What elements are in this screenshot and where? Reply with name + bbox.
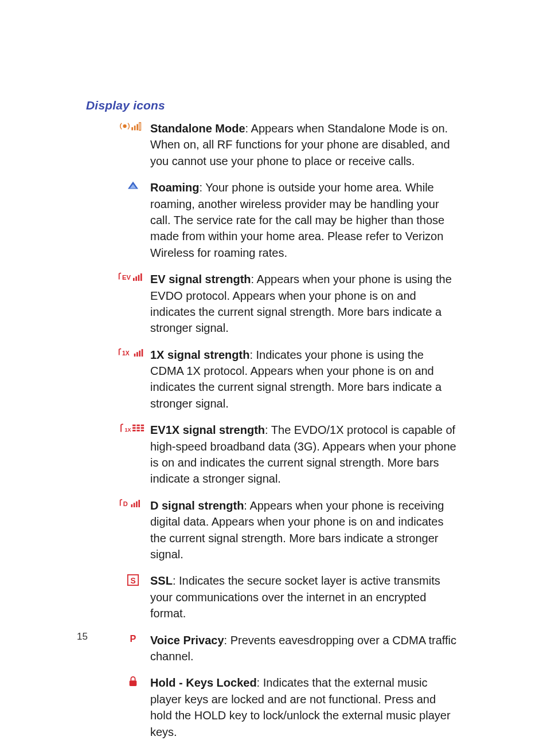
entry-ssl: SSL: Indicates the secure socket layer i… (86, 573, 461, 621)
entry-ev: EV signal strength: Appears when your ph… (86, 271, 461, 336)
voice-privacy-icon (116, 632, 150, 644)
entry-sep: : (265, 424, 271, 436)
entry-title: SSL (150, 574, 173, 587)
entries-list: Standalone Mode: Appears when Standalone… (86, 120, 461, 740)
lock-icon (116, 675, 150, 687)
entry-1x: 1X signal strength: Indicates your phone… (86, 347, 461, 412)
roaming-icon (116, 179, 150, 191)
entry-sep: : (200, 181, 206, 194)
entry-title: EV1X signal strength (150, 424, 265, 436)
section-title: Display icons (86, 99, 461, 112)
d-signal-icon (116, 498, 150, 509)
entry-title: 1X signal strength (150, 348, 249, 361)
entry-text: 1X signal strength: Indicates your phone… (150, 347, 461, 412)
entry-text: SSL: Indicates the secure socket layer i… (150, 573, 461, 621)
entry-text: Hold - Keys Locked: Indicates that the e… (150, 675, 461, 740)
ssl-icon (116, 573, 150, 586)
page-number: 15 (77, 631, 88, 643)
entry-title: D signal strength (150, 499, 244, 512)
entry-text: EV signal strength: Appears when your ph… (150, 271, 461, 336)
entry-title: Roaming (150, 181, 200, 194)
entry-title: Voice Privacy (150, 634, 224, 647)
onex-signal-icon (116, 347, 150, 358)
entry-sep: : (257, 676, 263, 689)
entry-sep: : (173, 574, 179, 587)
entry-sep: : (245, 122, 251, 135)
entry-desc: Indicates the secure socket layer is act… (150, 574, 440, 620)
entry-title: EV signal strength (150, 273, 251, 285)
entry-sep: : (251, 273, 257, 285)
entry-sep: : (244, 499, 249, 512)
entry-text: Roaming: Your phone is outside your home… (150, 179, 461, 261)
entry-title: Standalone Mode (150, 122, 245, 135)
entry-text: EV1X signal strength: The EVDO/1X protoc… (150, 422, 461, 487)
ev1x-signal-icon (116, 422, 150, 434)
page: Display icons Standalone Mode: Appears w… (0, 0, 547, 740)
entry-sep: : (224, 634, 230, 647)
entry-text: Voice Privacy: Prevents eavesdropping ov… (150, 632, 461, 665)
entry-lock: Hold - Keys Locked: Indicates that the e… (86, 675, 461, 740)
entry-d: D signal strength: Appears when your pho… (86, 498, 461, 563)
entry-roaming: Roaming: Your phone is outside your home… (86, 179, 461, 261)
entry-title: Hold - Keys Locked (150, 676, 257, 689)
entry-standalone: Standalone Mode: Appears when Standalone… (86, 120, 461, 169)
entry-sep: : (249, 348, 256, 361)
standalone-icon (116, 120, 150, 132)
ev-signal-icon (116, 271, 150, 283)
entry-text: D signal strength: Appears when your pho… (150, 498, 461, 563)
entry-privacy: Voice Privacy: Prevents eavesdropping ov… (86, 632, 461, 665)
entry-text: Standalone Mode: Appears when Standalone… (150, 120, 461, 169)
entry-ev1x: EV1X signal strength: The EVDO/1X protoc… (86, 422, 461, 487)
